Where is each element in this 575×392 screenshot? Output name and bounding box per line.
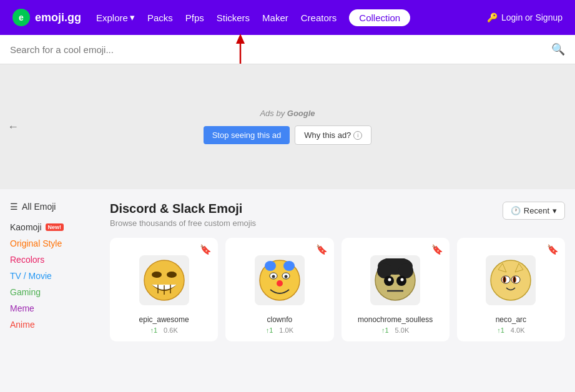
ad-buttons: Stop seeing this ad Why this ad? i [204, 125, 372, 145]
ad-area: ← Ads by Google Stop seeing this ad Why … [0, 64, 575, 189]
emoji-stats-clownfo: ↑1 1.0K [266, 326, 293, 334]
sidebar-item-original-style[interactable]: Original Style [10, 235, 97, 252]
svg-point-22 [388, 278, 391, 282]
login-button[interactable]: 🔑 Login or Signup [487, 12, 563, 22]
nav-explore[interactable]: Explore ▾ [96, 12, 135, 23]
header: e emoji.gg Explore ▾ Packs Pfps Stickers… [0, 0, 575, 35]
grid-title-area: Discord & Slack Emoji Browse thousands o… [110, 202, 256, 228]
recent-sort-button[interactable]: 🕐 Recent ▾ [503, 202, 565, 220]
sidebar-item-kaomoji[interactable]: Kaomoji New! [10, 219, 97, 235]
grid-title: Discord & Slack Emoji [110, 202, 256, 216]
svg-point-14 [284, 275, 287, 278]
nav-creators[interactable]: Creators [301, 12, 337, 23]
emoji-image-epic-awesome [139, 255, 189, 305]
emoji-card-monochrome-soulless[interactable]: 🔖 [342, 238, 450, 341]
menu-icon: ☰ [10, 202, 18, 212]
grid-header: Discord & Slack Emoji Browse thousands o… [110, 202, 565, 228]
emoji-name-clownfo: clownfo [267, 315, 293, 324]
svg-point-3 [152, 272, 162, 278]
back-icon: ← [7, 120, 19, 133]
nav-links: Explore ▾ Packs Pfps Stickers Maker Crea… [96, 9, 487, 26]
grid-subtitle: Browse thousands of free custom emojis [110, 218, 256, 228]
why-ad-button[interactable]: Why this ad? i [295, 125, 371, 145]
ads-label: Ads by Google [260, 109, 315, 118]
stop-ad-button[interactable]: Stop seeing this ad [204, 126, 290, 144]
chevron-down-icon: ▾ [130, 12, 135, 23]
nav-packs[interactable]: Packs [147, 12, 173, 23]
emoji-stats-epic-awesome: ↑1 0.6K [150, 326, 177, 334]
nav-collection[interactable]: Collection [349, 9, 410, 26]
logo-icon: e [12, 9, 30, 26]
sidebar-item-gaming[interactable]: Gaming [10, 284, 97, 300]
bookmark-icon[interactable]: 🔖 [316, 244, 328, 255]
search-button[interactable]: 🔍 [551, 42, 565, 56]
info-icon: i [353, 131, 362, 140]
logo-text: emoji.gg [35, 11, 81, 24]
stat-rank: ↑1 [266, 326, 273, 334]
search-bar: 🔍 [0, 35, 575, 64]
main-content: ☰ All Emoji Kaomoji New! Original Style … [0, 189, 575, 354]
stat-count: 1.0K [279, 326, 293, 334]
svg-point-15 [277, 280, 283, 287]
nav-maker[interactable]: Maker [262, 12, 288, 23]
emoji-name-monochrome-soulless: monochrome_soulless [358, 315, 433, 324]
ad-back-button[interactable]: ← [7, 120, 19, 134]
sidebar-item-anime[interactable]: Anime [10, 316, 97, 333]
emoji-card-clownfo[interactable]: 🔖 [225, 238, 333, 341]
search-icon: 🔍 [551, 43, 565, 56]
sidebar-item-tv-movie[interactable]: TV / Movie [10, 268, 97, 284]
emoji-grid-area: Discord & Slack Emoji Browse thousands o… [110, 202, 565, 341]
stat-rank: ↑1 [381, 326, 389, 334]
sidebar: ☰ All Emoji Kaomoji New! Original Style … [10, 202, 97, 341]
user-icon: 🔑 [487, 12, 498, 22]
sidebar-item-meme[interactable]: Meme [10, 300, 97, 316]
sidebar-all-emoji[interactable]: ☰ All Emoji [10, 202, 97, 212]
logo[interactable]: e emoji.gg [12, 9, 81, 26]
stat-count: 4.0K [511, 326, 525, 334]
nav-pfps[interactable]: Pfps [185, 12, 204, 23]
emoji-card-neco-arc[interactable]: 🔖 [457, 238, 565, 341]
svg-point-13 [272, 275, 275, 278]
svg-point-4 [167, 272, 177, 278]
emoji-stats-monochrome-soulless: ↑1 5.0K [381, 326, 409, 334]
emoji-image-monochrome-soulless [370, 255, 420, 305]
sidebar-item-recolors[interactable]: Recolors [10, 252, 97, 268]
bookmark-icon[interactable]: 🔖 [200, 244, 212, 255]
emoji-name-epic-awesome: epic_awesome [139, 315, 189, 324]
emoji-name-neco-arc: neco_arc [496, 315, 526, 324]
stat-count: 0.6K [164, 326, 178, 334]
emoji-image-clownfo [255, 255, 305, 305]
stat-rank: ↑1 [150, 326, 157, 334]
emoji-cards: 🔖 epic_awe [110, 238, 565, 341]
emoji-card-epic-awesome[interactable]: 🔖 epic_awe [110, 238, 218, 341]
svg-point-25 [491, 260, 531, 300]
bookmark-icon[interactable]: 🔖 [547, 244, 559, 255]
bookmark-icon[interactable]: 🔖 [431, 244, 443, 255]
svg-point-9 [265, 261, 276, 271]
svg-point-23 [401, 278, 404, 282]
new-badge: New! [46, 223, 64, 231]
emoji-stats-neco-arc: ↑1 4.0K [497, 326, 524, 334]
emoji-image-neco-arc [486, 255, 536, 305]
chevron-down-icon: ▾ [553, 206, 557, 215]
clock-icon: 🕐 [511, 206, 521, 215]
stat-count: 5.0K [395, 326, 410, 334]
nav-stickers[interactable]: Stickers [217, 12, 250, 23]
search-input[interactable] [10, 44, 551, 55]
svg-point-33 [514, 277, 516, 283]
stat-rank: ↑1 [497, 326, 504, 334]
svg-point-10 [283, 261, 295, 271]
svg-point-32 [504, 277, 506, 283]
